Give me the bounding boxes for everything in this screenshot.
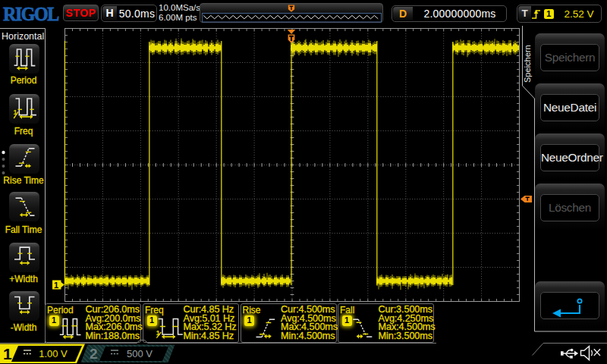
svg-text:1: 1 (54, 281, 58, 290)
svg-text:Speichern: Speichern (523, 45, 532, 83)
